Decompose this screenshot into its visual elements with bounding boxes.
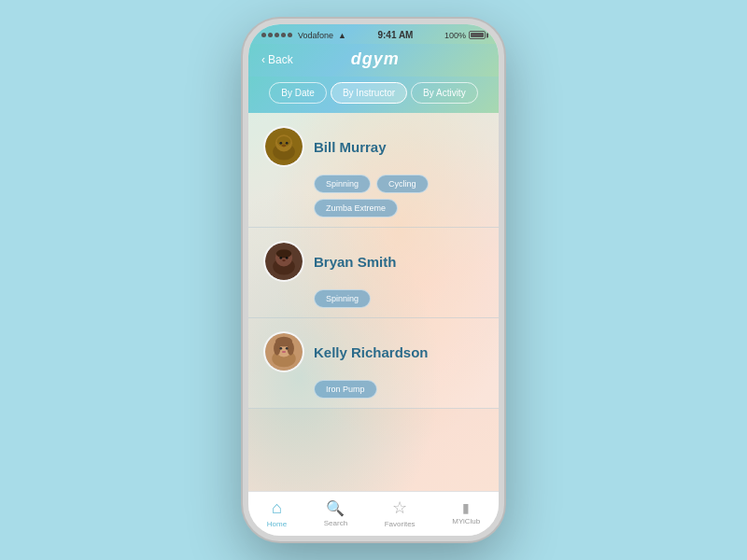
instructor-name-bryan-smith: Bryan Smith	[314, 254, 396, 270]
avatar-bill-murray	[263, 126, 304, 167]
app-header: ‹ Back dgym	[248, 44, 499, 77]
search-icon: 🔍	[326, 499, 345, 517]
home-icon: ⌂	[272, 498, 282, 518]
myiclub-icon: ▮	[462, 500, 470, 515]
svg-point-11	[279, 257, 282, 259]
back-button[interactable]: ‹ Back	[261, 53, 293, 66]
avatar-bryan-smith	[263, 241, 304, 282]
nav-label-myiclub: MYiClub	[452, 517, 480, 525]
svg-point-10	[276, 249, 291, 258]
tab-by-date[interactable]: By Date	[269, 82, 327, 104]
svg-point-6	[282, 145, 287, 147]
back-label: Back	[268, 53, 293, 66]
nav-item-search[interactable]: 🔍 Search	[324, 499, 347, 527]
tags-row-bryan-smith: Spinning	[314, 289, 484, 308]
tag-spinning-bryan[interactable]: Spinning	[314, 289, 371, 308]
svg-point-18	[274, 342, 280, 356]
tag-cycling-bill[interactable]: Cycling	[376, 175, 429, 193]
wifi-icon: ▲	[338, 31, 346, 40]
svg-point-13	[282, 259, 286, 261]
tab-by-activity[interactable]: By Activity	[411, 82, 478, 104]
time-label: 9:41 AM	[377, 30, 413, 40]
nav-item-myiclub[interactable]: ▮ MYiClub	[452, 500, 480, 525]
tags-row-bill-murray: Spinning Cycling Zumba Extreme	[314, 175, 484, 217]
tab-by-instructor[interactable]: By Instructor	[331, 82, 407, 104]
phone-outer: Vodafone ▲ 9:41 AM 100% ‹ Back dgym By D…	[243, 19, 504, 541]
filter-tabs: By Date By Instructor By Activity	[248, 77, 499, 113]
favorites-icon: ☆	[392, 497, 407, 518]
instructor-header-kelly-richardson: Kelly Richardson	[263, 331, 484, 372]
svg-point-20	[279, 347, 282, 350]
instructor-card-bill-murray: Bill Murray Spinning Cycling Zumba Extre…	[248, 113, 499, 228]
tag-spinning-bill[interactable]: Spinning	[314, 175, 371, 193]
battery-icon	[469, 31, 486, 39]
app-title: dgym	[293, 49, 458, 69]
signal-dot-4	[281, 33, 286, 37]
nav-label-home: Home	[267, 520, 287, 528]
signal-dot-2	[268, 33, 273, 37]
nav-item-home[interactable]: ⌂ Home	[267, 498, 287, 528]
signal-dot-1	[261, 33, 266, 37]
instructor-header-bryan-smith: Bryan Smith	[263, 241, 484, 282]
content-area: Bill Murray Spinning Cycling Zumba Extre…	[248, 113, 499, 491]
tag-zumba-bill[interactable]: Zumba Extreme	[314, 199, 398, 217]
carrier-label: Vodafone	[298, 31, 333, 40]
svg-point-21	[286, 347, 289, 350]
nav-label-search: Search	[324, 519, 347, 527]
status-bar: Vodafone ▲ 9:41 AM 100%	[248, 24, 499, 44]
nav-item-favorites[interactable]: ☆ Favorites	[385, 497, 416, 528]
battery-fill	[471, 33, 484, 37]
svg-point-5	[286, 142, 289, 145]
instructor-card-kelly-richardson: Kelly Richardson Iron Pump	[248, 318, 499, 409]
bottom-nav: ⌂ Home 🔍 Search ☆ Favorites ▮ MYiClub	[248, 491, 499, 536]
nav-label-favorites: Favorites	[385, 520, 416, 528]
instructor-card-bryan-smith: Bryan Smith Spinning	[248, 228, 499, 318]
battery-status: 100%	[444, 31, 486, 40]
instructor-name-bill-murray: Bill Murray	[314, 139, 387, 155]
signal-dot-3	[275, 33, 279, 37]
tag-ironpump-kelly[interactable]: Iron Pump	[314, 380, 377, 399]
battery-percent: 100%	[444, 31, 466, 40]
svg-point-19	[288, 342, 294, 356]
signal-dot-5	[288, 33, 292, 37]
svg-point-4	[279, 142, 282, 145]
instructor-header-bill-murray: Bill Murray	[263, 126, 484, 167]
tags-row-kelly-richardson: Iron Pump	[314, 380, 484, 399]
svg-point-12	[286, 257, 289, 259]
chevron-left-icon: ‹	[261, 53, 265, 66]
instructor-name-kelly-richardson: Kelly Richardson	[314, 344, 429, 360]
svg-point-22	[282, 351, 287, 353]
avatar-kelly-richardson	[263, 331, 304, 372]
